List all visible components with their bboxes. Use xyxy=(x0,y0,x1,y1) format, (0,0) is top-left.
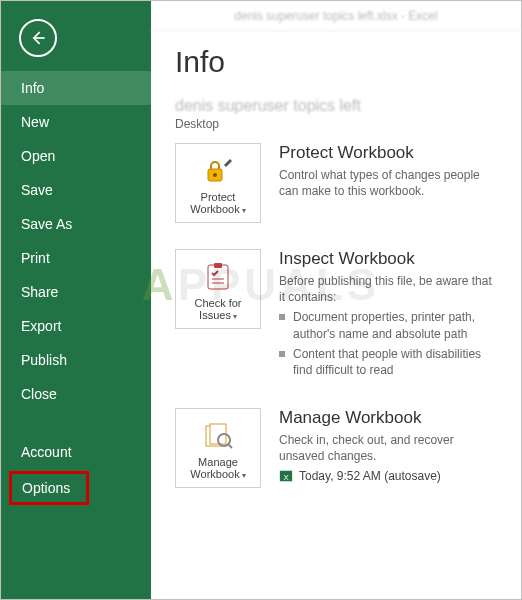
sidebar-item-label: Export xyxy=(21,318,61,334)
sidebar-item-label: Open xyxy=(21,148,55,164)
window-title: denis superuser topics left.xlsx - Excel xyxy=(234,9,437,23)
sidebar-item-label: Options xyxy=(22,480,70,496)
sidebar-item-label: Close xyxy=(21,386,57,402)
chevron-down-icon: ▾ xyxy=(242,206,246,215)
sidebar-item-label: Info xyxy=(21,80,44,96)
back-button[interactable] xyxy=(19,19,57,57)
section-title: Protect Workbook xyxy=(279,143,497,163)
chevron-down-icon: ▾ xyxy=(242,471,246,480)
check-for-issues-button[interactable]: Check for Issues▾ xyxy=(175,249,261,329)
sidebar-item-label: Share xyxy=(21,284,58,300)
inspect-body: Inspect Workbook Before publishing this … xyxy=(279,249,497,382)
manage-body: Manage Workbook Check in, check out, and… xyxy=(279,408,497,488)
tile-label: Check for Issues▾ xyxy=(194,297,241,322)
protect-workbook-button[interactable]: Protect Workbook▾ xyxy=(175,143,261,223)
svg-rect-4 xyxy=(214,263,222,268)
app-frame: Info New Open Save Save As Print Share E… xyxy=(0,0,522,600)
section-desc: Before publishing this file, be aware th… xyxy=(279,273,497,305)
arrow-left-icon xyxy=(28,28,48,48)
chevron-down-icon: ▾ xyxy=(233,312,237,321)
sidebar-item-export[interactable]: Export xyxy=(1,309,151,343)
svg-point-2 xyxy=(213,173,217,177)
sidebar-nav: Info New Open Save Save As Print Share E… xyxy=(1,71,151,469)
sidebar-item-save[interactable]: Save xyxy=(1,173,151,207)
sidebar-item-label: Account xyxy=(21,444,72,460)
section-title: Inspect Workbook xyxy=(279,249,497,269)
svg-text:X: X xyxy=(283,472,289,481)
tile-label: Protect Workbook▾ xyxy=(190,191,245,216)
sidebar-item-publish[interactable]: Publish xyxy=(1,343,151,377)
sidebar-item-label: New xyxy=(21,114,49,130)
sidebar-item-share[interactable]: Share xyxy=(1,275,151,309)
sidebar-item-close[interactable]: Close xyxy=(1,377,151,411)
checklist-icon xyxy=(202,261,234,293)
section-desc: Check in, check out, and recover unsaved… xyxy=(279,432,497,464)
section-desc: Control what types of changes people can… xyxy=(279,167,497,199)
svg-line-10 xyxy=(228,444,232,448)
sidebar-item-print[interactable]: Print xyxy=(1,241,151,275)
autosave-text: Today, 9:52 AM (autosave) xyxy=(299,469,441,483)
sidebar-item-account[interactable]: Account xyxy=(1,435,151,469)
svg-rect-3 xyxy=(208,265,228,289)
inspect-bullets: Document properties, printer path, autho… xyxy=(279,309,497,378)
sidebar-item-label: Save xyxy=(21,182,53,198)
inspect-section: Check for Issues▾ Inspect Workbook Befor… xyxy=(175,249,497,382)
list-item: Document properties, printer path, autho… xyxy=(279,309,497,341)
section-title: Manage Workbook xyxy=(279,408,497,428)
info-content: Info denis superuser topics left Desktop… xyxy=(151,31,521,514)
tile-label: Manage Workbook▾ xyxy=(190,456,245,481)
sidebar-item-label: Publish xyxy=(21,352,67,368)
lock-key-icon xyxy=(202,155,234,187)
manage-section: Manage Workbook▾ Manage Workbook Check i… xyxy=(175,408,497,488)
document-location: Desktop xyxy=(175,117,497,131)
sidebar-item-label: Save As xyxy=(21,216,72,232)
window-titlebar: denis superuser topics left.xlsx - Excel xyxy=(151,1,521,31)
sidebar-item-options[interactable]: Options xyxy=(9,471,89,505)
protect-section: Protect Workbook▾ Protect Workbook Contr… xyxy=(175,143,497,223)
list-item: Content that people with disabilities fi… xyxy=(279,346,497,378)
manage-document-icon xyxy=(202,420,234,452)
autosave-entry[interactable]: X Today, 9:52 AM (autosave) xyxy=(279,469,497,483)
protect-body: Protect Workbook Control what types of c… xyxy=(279,143,497,223)
sidebar-item-info[interactable]: Info xyxy=(1,71,151,105)
manage-workbook-button[interactable]: Manage Workbook▾ xyxy=(175,408,261,488)
excel-file-icon: X xyxy=(279,469,293,483)
sidebar-item-new[interactable]: New xyxy=(1,105,151,139)
main-panel: denis superuser topics left.xlsx - Excel… xyxy=(151,1,521,599)
sidebar-item-label: Print xyxy=(21,250,50,266)
sidebar-item-open[interactable]: Open xyxy=(1,139,151,173)
page-title: Info xyxy=(175,45,497,79)
document-name: denis superuser topics left xyxy=(175,97,497,115)
backstage-sidebar: Info New Open Save Save As Print Share E… xyxy=(1,1,151,599)
sidebar-item-save-as[interactable]: Save As xyxy=(1,207,151,241)
